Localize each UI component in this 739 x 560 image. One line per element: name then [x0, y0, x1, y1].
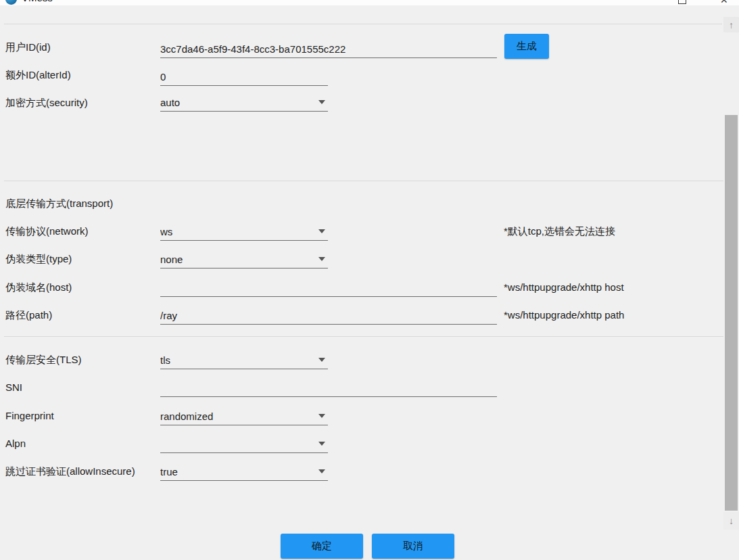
- maximize-icon[interactable]: [678, 0, 686, 4]
- window-title: VMess: [22, 0, 53, 3]
- chevron-down-icon: [318, 414, 325, 418]
- cancel-button[interactable]: 取消: [372, 534, 454, 559]
- close-icon[interactable]: ✕: [720, 0, 728, 5]
- scroll-down-button[interactable]: ↓: [723, 512, 739, 530]
- allow-insecure-label: 跳过证书验证(allowInsecure): [5, 465, 135, 478]
- type-select[interactable]: none: [160, 248, 328, 269]
- ok-button[interactable]: 确定: [281, 534, 363, 559]
- arrow-down-icon: ↓: [729, 516, 734, 526]
- fingerprint-select[interactable]: randomized: [160, 405, 328, 425]
- allow-insecure-select[interactable]: true: [160, 461, 328, 481]
- alpn-select[interactable]: [160, 433, 328, 453]
- path-input[interactable]: /ray: [160, 304, 497, 325]
- host-note: *ws/httpupgrade/xhttp host: [504, 281, 624, 293]
- chevron-down-icon: [318, 358, 325, 362]
- generate-button[interactable]: 生成: [504, 34, 549, 59]
- path-note: *ws/httpupgrade/xhttp path: [504, 309, 624, 321]
- scrollbar-thumb[interactable]: [725, 115, 738, 511]
- fingerprint-label: Fingerprint: [5, 410, 54, 421]
- path-value: /ray: [160, 310, 497, 321]
- network-select[interactable]: ws: [160, 220, 328, 241]
- chevron-down-icon: [318, 469, 325, 473]
- alter-id-label: 额外ID(alterId): [5, 69, 71, 82]
- tls-value: tls: [160, 354, 318, 366]
- tls-select[interactable]: tls: [160, 349, 328, 369]
- titlebar: VMess ✕: [0, 0, 739, 5]
- alpn-label: Alpn: [5, 438, 26, 449]
- fingerprint-value: randomized: [160, 411, 318, 422]
- section-divider: [4, 181, 723, 181]
- arrow-up-icon: ↑: [729, 20, 734, 30]
- transport-section-title: 底层传输方式(transport): [5, 197, 113, 210]
- chevron-down-icon: [318, 100, 325, 104]
- type-label: 伪装类型(type): [5, 253, 72, 266]
- sni-label: SNI: [5, 381, 22, 393]
- path-label: 路径(path): [5, 309, 52, 322]
- chevron-down-icon: [318, 257, 325, 261]
- host-label: 伪装域名(host): [5, 281, 72, 294]
- type-value: none: [160, 254, 318, 265]
- vmess-dialog: VMess ✕ 用户ID(id) 3cc7da46-a5f9-43f4-8cc3…: [0, 0, 739, 560]
- id-value: 3cc7da46-a5f9-43f4-8cc3-ba701555c222: [160, 43, 497, 55]
- network-note: *默认tcp,选错会无法连接: [504, 225, 615, 238]
- allow-insecure-value: true: [160, 466, 318, 477]
- network-label: 传输协议(network): [5, 225, 89, 238]
- chevron-down-icon: [318, 229, 325, 233]
- app-icon: [5, 0, 17, 5]
- tls-label: 传输层安全(TLS): [5, 354, 82, 367]
- id-label: 用户ID(id): [5, 41, 51, 54]
- alter-id-input[interactable]: 0: [160, 66, 328, 86]
- alter-id-value: 0: [160, 71, 328, 83]
- sni-input[interactable]: [160, 377, 497, 397]
- network-value: ws: [160, 226, 318, 237]
- tls-section-divider: [4, 336, 723, 337]
- security-value: auto: [160, 97, 318, 108]
- scroll-up-button[interactable]: ↑: [723, 17, 739, 32]
- host-input[interactable]: [160, 277, 497, 297]
- security-label: 加密方式(security): [5, 97, 88, 110]
- chevron-down-icon: [318, 442, 325, 446]
- security-select[interactable]: auto: [160, 91, 328, 112]
- id-input[interactable]: 3cc7da46-a5f9-43f4-8cc3-ba701555c222: [160, 38, 497, 58]
- top-divider: [4, 24, 722, 24]
